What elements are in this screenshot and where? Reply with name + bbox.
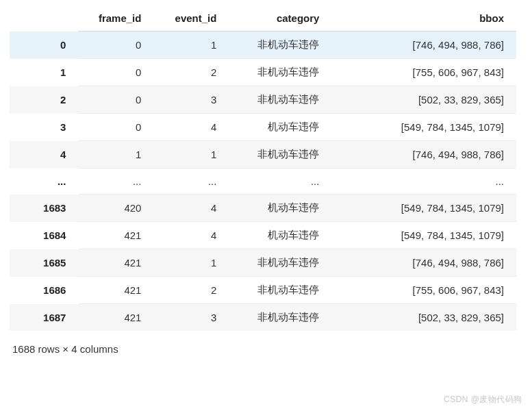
row-index: 3 xyxy=(10,114,78,141)
row-index: 1685 xyxy=(10,249,78,277)
cell-frame_id: 0 xyxy=(78,59,153,86)
table-row: 001非机动车违停[746, 494, 988, 786] xyxy=(10,32,516,59)
cell-event_id: 4 xyxy=(153,195,229,222)
cell-frame_id: 421 xyxy=(78,277,153,304)
col-header-bbox: bbox xyxy=(331,5,516,32)
col-header-frame-id: frame_id xyxy=(78,5,153,32)
watermark-text: CSDN @废物代码狗 xyxy=(444,394,522,406)
cell-bbox: [755, 606, 967, 843] xyxy=(331,277,516,304)
table-row: 16874213非机动车违停[502, 33, 829, 365] xyxy=(10,304,516,332)
cell-frame_id: ... xyxy=(78,169,153,195)
cell-event_id: 1 xyxy=(153,141,229,169)
table-body: 001非机动车违停[746, 494, 988, 786]102非机动车违停[7… xyxy=(10,32,516,332)
cell-event_id: 4 xyxy=(153,222,229,249)
row-index: 1686 xyxy=(10,277,78,304)
table-row: 411非机动车违停[746, 494, 988, 786] xyxy=(10,141,516,169)
cell-category: 非机动车违停 xyxy=(229,249,331,277)
cell-event_id: 2 xyxy=(153,59,229,86)
summary-text: 1688 rows × 4 columns xyxy=(10,343,522,355)
cell-category: 非机动车违停 xyxy=(229,86,331,114)
dataframe-table: frame_id event_id category bbox 001非机动车违… xyxy=(10,5,516,331)
cell-category: 非机动车违停 xyxy=(229,32,331,59)
cell-category: 机动车违停 xyxy=(229,222,331,249)
row-index: 2 xyxy=(10,86,78,114)
col-header-category: category xyxy=(229,5,331,32)
cell-frame_id: 421 xyxy=(78,249,153,277)
table-row: 16844214机动车违停[549, 784, 1345, 1079] xyxy=(10,222,516,249)
cell-event_id: 1 xyxy=(153,249,229,277)
cell-bbox: ... xyxy=(331,169,516,195)
cell-category: 机动车违停 xyxy=(229,114,331,141)
cell-bbox: [549, 784, 1345, 1079] xyxy=(331,195,516,222)
cell-event_id: ... xyxy=(153,169,229,195)
cell-category: 非机动车违停 xyxy=(229,277,331,304)
cell-event_id: 3 xyxy=(153,86,229,114)
cell-category: 机动车违停 xyxy=(229,195,331,222)
cell-bbox: [502, 33, 829, 365] xyxy=(331,86,516,114)
col-header-event-id: event_id xyxy=(153,5,229,32)
row-index: 1 xyxy=(10,59,78,86)
table-row: 16834204机动车违停[549, 784, 1345, 1079] xyxy=(10,195,516,222)
cell-event_id: 1 xyxy=(153,32,229,59)
cell-frame_id: 1 xyxy=(78,141,153,169)
cell-category: 非机动车违停 xyxy=(229,304,331,332)
cell-bbox: [755, 606, 967, 843] xyxy=(331,59,516,86)
table-row: 102非机动车违停[755, 606, 967, 843] xyxy=(10,59,516,86)
cell-category: ... xyxy=(229,169,331,195)
table-row: 16864212非机动车违停[755, 606, 967, 843] xyxy=(10,277,516,304)
cell-frame_id: 0 xyxy=(78,32,153,59)
cell-category: 非机动车违停 xyxy=(229,59,331,86)
row-index: 4 xyxy=(10,141,78,169)
row-index: 0 xyxy=(10,32,78,59)
cell-bbox: [502, 33, 829, 365] xyxy=(331,304,516,332)
cell-frame_id: 421 xyxy=(78,304,153,332)
cell-bbox: [549, 784, 1345, 1079] xyxy=(331,222,516,249)
cell-frame_id: 0 xyxy=(78,114,153,141)
table-row: 16854211非机动车违停[746, 494, 988, 786] xyxy=(10,249,516,277)
cell-bbox: [746, 494, 988, 786] xyxy=(331,249,516,277)
row-index: ... xyxy=(10,169,78,195)
row-index: 1684 xyxy=(10,222,78,249)
cell-event_id: 4 xyxy=(153,114,229,141)
header-row: frame_id event_id category bbox xyxy=(10,5,516,32)
cell-bbox: [746, 494, 988, 786] xyxy=(331,141,516,169)
index-header xyxy=(10,5,78,32)
cell-event_id: 3 xyxy=(153,304,229,332)
table-row: 203非机动车违停[502, 33, 829, 365] xyxy=(10,86,516,114)
cell-frame_id: 421 xyxy=(78,222,153,249)
table-row: ............... xyxy=(10,169,516,195)
cell-frame_id: 0 xyxy=(78,86,153,114)
cell-bbox: [549, 784, 1345, 1079] xyxy=(331,114,516,141)
row-index: 1683 xyxy=(10,195,78,222)
row-index: 1687 xyxy=(10,304,78,332)
cell-event_id: 2 xyxy=(153,277,229,304)
cell-frame_id: 420 xyxy=(78,195,153,222)
cell-bbox: [746, 494, 988, 786] xyxy=(331,32,516,59)
cell-category: 非机动车违停 xyxy=(229,141,331,169)
table-row: 304机动车违停[549, 784, 1345, 1079] xyxy=(10,114,516,141)
